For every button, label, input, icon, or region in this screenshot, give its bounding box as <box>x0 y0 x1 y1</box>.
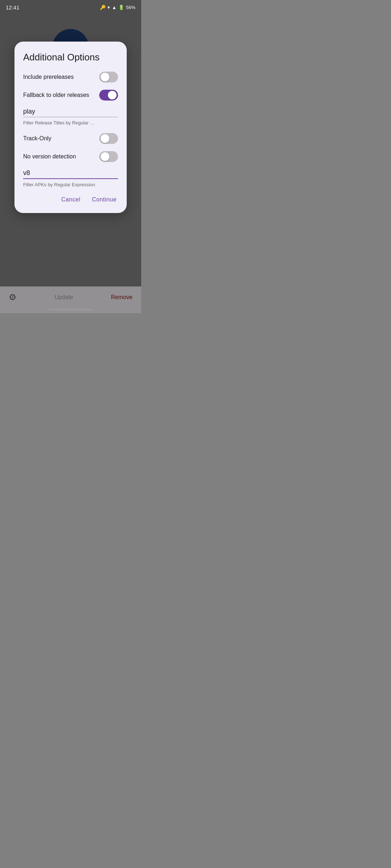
no-version-detection-knob <box>101 152 109 161</box>
filter-release-input[interactable]: play <box>23 108 118 117</box>
track-only-knob <box>101 134 109 143</box>
battery-percent: 56% <box>126 5 135 10</box>
additional-options-dialog: Additional Options Include prereleases F… <box>14 42 127 213</box>
key-icon: 🔑 <box>100 5 106 10</box>
include-prereleases-row: Include prereleases <box>23 72 118 82</box>
status-bar: 12:41 🔑 ▾ ▲ 🔋 56% <box>0 0 141 13</box>
fallback-older-row: Fallback to older releases <box>23 90 118 101</box>
filter-release-hint: Filter Release Titles by Regular … <box>23 120 94 125</box>
track-only-toggle[interactable] <box>99 133 118 144</box>
signal-icon: ▲ <box>112 5 117 10</box>
filter-apk-input[interactable]: v8 <box>23 169 118 179</box>
status-icons: 🔑 ▾ ▲ 🔋 56% <box>100 5 135 10</box>
filter-apk-section: v8 Filter APKs by Regular Expression <box>23 169 118 188</box>
filter-apk-hint: Filter APKs by Regular Expression <box>23 182 95 187</box>
wifi-icon: ▾ <box>108 5 110 10</box>
no-version-detection-label: No version detection <box>23 153 76 160</box>
no-version-detection-toggle[interactable] <box>99 151 118 162</box>
track-only-row: Track-Only <box>23 133 118 144</box>
filter-release-section: play Filter Release Titles by Regular … <box>23 108 118 126</box>
no-version-detection-row: No version detection <box>23 151 118 162</box>
fallback-older-toggle[interactable] <box>99 90 118 101</box>
battery-icon: 🔋 <box>118 5 124 10</box>
dialog-buttons: Cancel Continue <box>23 193 118 206</box>
dialog-title: Additional Options <box>23 52 118 63</box>
fallback-older-label: Fallback to older releases <box>23 92 89 98</box>
cancel-button[interactable]: Cancel <box>60 193 82 206</box>
include-prereleases-label: Include prereleases <box>23 74 74 80</box>
fallback-older-knob <box>108 91 117 99</box>
continue-button[interactable]: Continue <box>91 193 118 206</box>
include-prereleases-toggle[interactable] <box>99 72 118 82</box>
track-only-label: Track-Only <box>23 135 51 142</box>
include-prereleases-knob <box>101 73 109 81</box>
status-time: 12:41 <box>6 4 20 10</box>
